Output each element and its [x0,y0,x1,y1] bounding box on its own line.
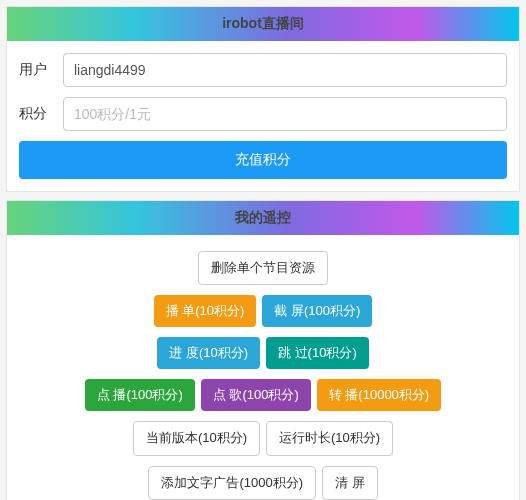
remote-button[interactable]: 点 歌(100积分) [201,379,311,411]
remote-button[interactable]: 进 度(10积分) [157,337,260,369]
remote-button[interactable]: 删除单个节目资源 [198,251,328,285]
remote-row: 进 度(10积分)跳 过(10积分) [19,333,507,373]
user-label: 用户 [19,61,63,79]
remote-row: 删除单个节目资源 [19,247,507,289]
user-row: 用户 [19,53,507,87]
points-input[interactable] [63,97,507,131]
remote-button[interactable]: 跳 过(10积分) [266,337,369,369]
user-panel-body: 用户 积分 充值积分 [7,41,519,191]
remote-button[interactable]: 截 屏(100积分) [262,295,372,327]
remote-row: 当前版本(10积分)运行时长(10积分) [19,417,507,459]
remote-button[interactable]: 转 播(10000积分) [317,379,441,411]
user-panel-card: irobot直播间 用户 积分 充值积分 [6,6,520,192]
remote-card: 我的遥控 删除单个节目资源播 单(10积分)截 屏(100积分)进 度(10积分… [6,200,520,500]
remote-row: 添加文字广告(1000积分)清 屏 [19,462,507,500]
remote-button[interactable]: 播 单(10积分) [154,295,257,327]
user-input[interactable] [63,53,507,87]
user-panel-title: irobot直播间 [7,7,519,41]
remote-button[interactable]: 点 播(100积分) [85,379,195,411]
points-label: 积分 [19,105,63,123]
remote-row: 播 单(10积分)截 屏(100积分) [19,291,507,331]
remote-button[interactable]: 添加文字广告(1000积分) [148,466,316,500]
remote-button[interactable]: 运行时长(10积分) [266,421,393,455]
remote-title: 我的遥控 [7,201,519,235]
remote-button[interactable]: 当前版本(10积分) [133,421,260,455]
recharge-button[interactable]: 充值积分 [19,141,507,179]
points-row: 积分 [19,97,507,131]
remote-button[interactable]: 清 屏 [322,466,378,500]
remote-body: 删除单个节目资源播 单(10积分)截 屏(100积分)进 度(10积分)跳 过(… [7,235,519,500]
remote-row: 点 播(100积分)点 歌(100积分)转 播(10000积分) [19,375,507,415]
